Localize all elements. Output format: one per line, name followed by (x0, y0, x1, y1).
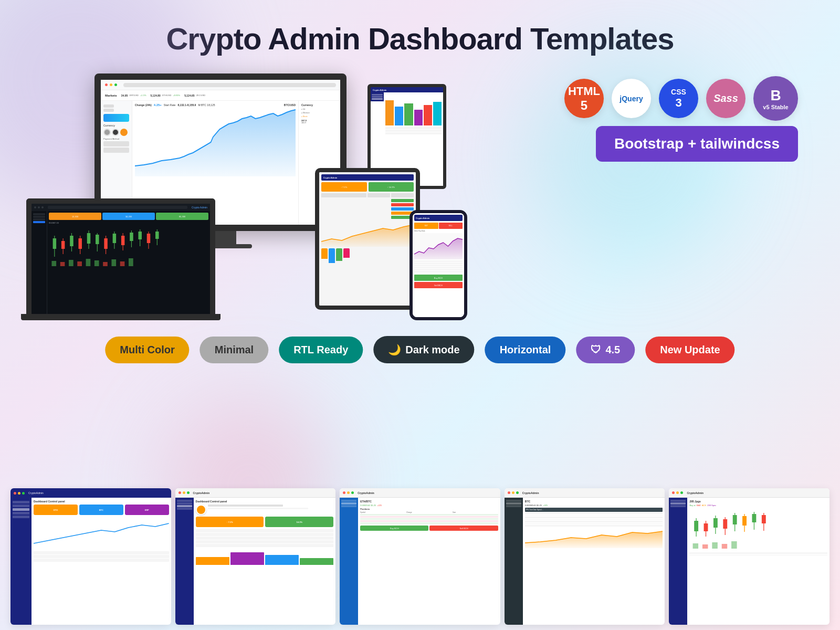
preview-positions-dashboard[interactable]: CryptoAdmin ETH/BTC 0.0000541 $1.25 +225… (340, 488, 500, 625)
p2-dot-1 (178, 491, 181, 494)
tablet-row-3 (321, 207, 414, 211)
ph-row-2 (414, 262, 463, 264)
svg-rect-7 (78, 238, 82, 249)
p3-table-header: Symbol Change Gain (360, 511, 498, 513)
start-rate-value: 8,132.1-8,155.9 (177, 103, 196, 107)
phone-sell-btn[interactable]: Sell BCH (414, 282, 463, 288)
p3-dot-2 (347, 491, 350, 494)
svg-rect-37 (695, 521, 699, 531)
p3-row-3 (360, 518, 498, 520)
badge-minimal: Minimal (200, 337, 268, 363)
ph-row-1 (414, 260, 463, 262)
p4-dot-2 (512, 491, 514, 494)
svg-rect-34 (120, 261, 125, 266)
bar-4 (414, 110, 423, 125)
p1-s-1 (13, 501, 29, 503)
st-s-1 (372, 94, 383, 96)
p1-dashboard-title: Dashboard Control panel (34, 500, 169, 503)
framework-banner: Bootstrap + tailwindcss (596, 126, 798, 162)
currency-bitcoin: ● Bitcoin (301, 116, 338, 118)
phone-content: Crypto Admin BUY SELL Inline Key Data (413, 213, 464, 317)
change-label: Change (24h) (135, 103, 152, 107)
tech-badges-container: HTML 5 jQuery CSS 3 Sass B v5 Stable (564, 76, 798, 121)
chart-stats-row: Change (24h) 4.25+ Start Rate 8,132.1-8,… (135, 103, 296, 107)
badge-darkmode-label: Dark mode (405, 344, 459, 356)
bottom-screenshots-row: CryptoAdmin Dashboard Control panel ETH … (0, 483, 840, 630)
p2-tr-5 (196, 544, 334, 547)
preview-trading-dashboard[interactable]: CryptoAdmin 295 Jpgs Buy at BAD ACK 299 … (669, 488, 830, 625)
svg-rect-52 (693, 543, 699, 549)
feature-badges-row: Multi Color Minimal RTL Ready 🌙 Dark mod… (105, 336, 734, 363)
p4-row-7 (525, 525, 663, 527)
p1-sidebar (10, 498, 32, 625)
svg-rect-47 (742, 516, 747, 526)
phone-device: Crypto Admin BUY SELL Inline Key Data (410, 210, 467, 320)
phone-header-bar: Crypto Admin (414, 215, 463, 221)
p3-buy-sell-btns: Buy BCH Sell BCH (360, 526, 498, 531)
phone-stat-1: BUY (414, 223, 438, 229)
p2-s-3 (177, 505, 192, 507)
p2-s-1 (177, 500, 192, 502)
phone-screen: Crypto Admin BUY SELL Inline Key Data (410, 210, 467, 320)
svg-rect-25 (155, 232, 159, 239)
p2-stat-2: 14.3% (265, 517, 333, 527)
bar-3 (404, 103, 413, 125)
p2-avatar-row (196, 505, 334, 515)
p3-buy-btn[interactable]: Buy BCH (360, 526, 428, 531)
p2-s-2 (177, 502, 192, 505)
av-4 (343, 248, 350, 258)
p3-sidebar (340, 498, 358, 625)
svg-rect-31 (94, 260, 99, 266)
p5-stat-2: BAD (697, 504, 701, 507)
laptop-dot-1 (34, 206, 36, 208)
svg-rect-13 (104, 238, 108, 249)
preview-table-dashboard[interactable]: CryptoAdmin BTC 0.00000541 $1.25 +225 PP… (505, 488, 665, 625)
p5-title-text: 295 Jpgs (689, 500, 827, 503)
p3-dot-1 (343, 491, 345, 494)
tablet-chart (321, 220, 414, 247)
start-rate-label: Start Rate (164, 103, 176, 107)
p3-s-2 (341, 502, 356, 505)
preview-2-header: CryptoAdmin (175, 488, 336, 498)
p3-dot-3 (351, 491, 354, 494)
p2-main: Dashboard Control panel ↑ 7.1% 14.3% (194, 498, 336, 625)
buy-btn[interactable] (103, 114, 129, 122)
tablet-row-4 (321, 212, 414, 215)
ls-item-3 (33, 218, 45, 220)
tr-4-2 (368, 212, 390, 215)
av-3 (336, 248, 342, 261)
p2-stat-row: ↑ 7.1% 14.3% (196, 517, 334, 527)
p5-dot-1 (672, 491, 675, 494)
p1-s-2 (13, 505, 29, 507)
p4-row-1 (525, 512, 663, 514)
laptop-header: Crypto Admin (32, 204, 210, 211)
p4-row-3 (525, 517, 663, 518)
svg-rect-1 (53, 238, 57, 249)
laptop-body: 12,450 34,200 85,300 856987.00 (32, 211, 210, 314)
preview-5-header: CryptoAdmin (669, 488, 830, 498)
payment-option-2 (103, 148, 129, 153)
p4-site-label: CryptoAdmin (522, 491, 539, 495)
positions-label: Positions (360, 508, 498, 510)
ph-row-6 (414, 271, 463, 272)
preview-light-dashboard[interactable]: CryptoAdmin Dashboard Control panel (175, 488, 336, 625)
html5-number: 5 (581, 98, 587, 113)
p1-tr-1 (34, 551, 169, 554)
p1-stat-row: ETH BTC XRP (34, 505, 169, 515)
phone-stats: BUY SELL (414, 223, 463, 229)
p1-s-5 (13, 516, 29, 518)
bar-1 (385, 100, 394, 125)
mb-2 (230, 552, 264, 565)
preview-5-body: 295 Jpgs Buy at BAD ACK 299 Spec (669, 498, 830, 625)
p4-sidebar (505, 498, 523, 625)
st-header: Crypto Admin (371, 87, 443, 92)
p3-sell-btn[interactable]: Sell BCH (429, 526, 498, 531)
preview-dark-dashboard[interactable]: CryptoAdmin Dashboard Control panel ETH … (10, 488, 171, 625)
screen-dot-green (114, 83, 117, 86)
phone-buy-btn[interactable]: Buy BCH (414, 275, 463, 281)
svg-rect-5 (70, 236, 74, 246)
framework-banner-text: Bootstrap + tailwindcss (614, 135, 780, 152)
p1-chart (34, 517, 169, 549)
phone-chart-area (414, 233, 463, 259)
payment-option-1 (103, 141, 129, 146)
